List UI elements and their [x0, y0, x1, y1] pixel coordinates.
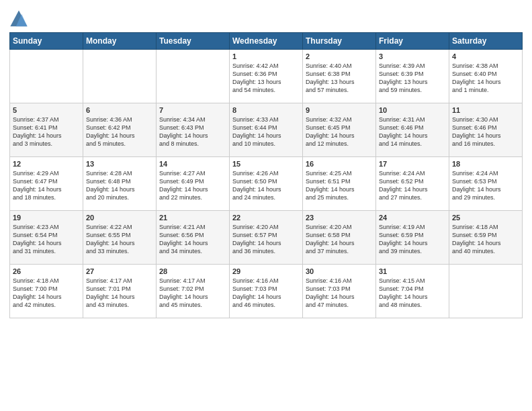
day-number: 3: [379, 52, 446, 60]
day-number: 30: [306, 267, 373, 275]
day-number: 22: [232, 214, 300, 222]
day-number: 5: [13, 106, 80, 114]
day-number: 23: [306, 214, 373, 222]
calendar-cell: 10Sunrise: 4:31 AMSunset: 6:46 PMDayligh…: [376, 103, 449, 157]
day-number: 10: [379, 106, 446, 114]
calendar-cell: [83, 50, 157, 103]
day-number: 15: [232, 160, 300, 168]
day-number: 31: [379, 267, 446, 275]
cell-content: Sunrise: 4:39 AMSunset: 6:39 PMDaylight:…: [379, 62, 446, 95]
day-number: 20: [86, 214, 153, 222]
cell-content: Sunrise: 4:22 AMSunset: 6:55 PMDaylight:…: [86, 223, 153, 256]
day-number: 25: [452, 214, 519, 222]
calendar-cell: [157, 50, 230, 103]
calendar-cell: 24Sunrise: 4:19 AMSunset: 6:59 PMDayligh…: [376, 211, 449, 265]
calendar-cell: 5Sunrise: 4:37 AMSunset: 6:41 PMDaylight…: [10, 103, 83, 157]
cell-content: Sunrise: 4:37 AMSunset: 6:41 PMDaylight:…: [13, 116, 80, 148]
cell-content: Sunrise: 4:16 AMSunset: 7:03 PMDaylight:…: [306, 277, 373, 310]
day-number: 11: [452, 106, 519, 114]
cell-content: Sunrise: 4:23 AMSunset: 6:54 PMDaylight:…: [13, 223, 80, 256]
day-number: 4: [452, 52, 519, 60]
calendar-cell: 26Sunrise: 4:18 AMSunset: 7:00 PMDayligh…: [10, 265, 83, 318]
calendar-cell: 7Sunrise: 4:34 AMSunset: 6:43 PMDaylight…: [157, 103, 230, 157]
cell-content: Sunrise: 4:42 AMSunset: 6:36 PMDaylight:…: [232, 62, 300, 95]
page: SundayMondayTuesdayWednesdayThursdayFrid…: [0, 0, 532, 411]
weekday-header-row: SundayMondayTuesdayWednesdayThursdayFrid…: [10, 33, 523, 50]
day-number: 2: [306, 52, 373, 60]
day-number: 29: [232, 267, 300, 275]
calendar-cell: 22Sunrise: 4:20 AMSunset: 6:57 PMDayligh…: [230, 211, 303, 265]
cell-content: Sunrise: 4:18 AMSunset: 6:59 PMDaylight:…: [452, 223, 519, 256]
cell-content: Sunrise: 4:24 AMSunset: 6:52 PMDaylight:…: [379, 169, 446, 202]
calendar-cell: 27Sunrise: 4:17 AMSunset: 7:01 PMDayligh…: [83, 265, 157, 318]
cell-content: Sunrise: 4:24 AMSunset: 6:53 PMDaylight:…: [452, 169, 519, 202]
day-number: 9: [306, 106, 373, 114]
day-number: 7: [159, 106, 226, 114]
day-number: 26: [13, 267, 80, 275]
calendar-cell: [449, 265, 523, 318]
calendar-cell: 25Sunrise: 4:18 AMSunset: 6:59 PMDayligh…: [449, 211, 523, 265]
cell-content: Sunrise: 4:34 AMSunset: 6:43 PMDaylight:…: [159, 116, 226, 148]
cell-content: Sunrise: 4:32 AMSunset: 6:45 PMDaylight:…: [306, 116, 373, 148]
logo-icon: [9, 9, 28, 28]
calendar-cell: 1Sunrise: 4:42 AMSunset: 6:36 PMDaylight…: [230, 50, 303, 103]
calendar-cell: 15Sunrise: 4:26 AMSunset: 6:50 PMDayligh…: [230, 157, 303, 211]
cell-content: Sunrise: 4:26 AMSunset: 6:50 PMDaylight:…: [232, 169, 300, 202]
cell-content: Sunrise: 4:18 AMSunset: 7:00 PMDaylight:…: [13, 277, 80, 310]
day-number: 6: [86, 106, 153, 114]
weekday-header-wednesday: Wednesday: [230, 33, 303, 50]
cell-content: Sunrise: 4:40 AMSunset: 6:38 PMDaylight:…: [306, 62, 373, 95]
calendar-cell: 9Sunrise: 4:32 AMSunset: 6:45 PMDaylight…: [303, 103, 376, 157]
header: [9, 7, 523, 28]
cell-content: Sunrise: 4:17 AMSunset: 7:01 PMDaylight:…: [86, 277, 153, 310]
calendar-cell: 12Sunrise: 4:29 AMSunset: 6:47 PMDayligh…: [10, 157, 83, 211]
cell-content: Sunrise: 4:20 AMSunset: 6:58 PMDaylight:…: [306, 223, 373, 256]
calendar-cell: 11Sunrise: 4:30 AMSunset: 6:46 PMDayligh…: [449, 103, 523, 157]
weekday-header-sunday: Sunday: [10, 33, 83, 50]
calendar-cell: 21Sunrise: 4:21 AMSunset: 6:56 PMDayligh…: [157, 211, 230, 265]
cell-content: Sunrise: 4:21 AMSunset: 6:56 PMDaylight:…: [159, 223, 226, 256]
calendar-cell: 6Sunrise: 4:36 AMSunset: 6:42 PMDaylight…: [83, 103, 157, 157]
calendar-cell: 18Sunrise: 4:24 AMSunset: 6:53 PMDayligh…: [449, 157, 523, 211]
calendar-cell: 14Sunrise: 4:27 AMSunset: 6:49 PMDayligh…: [157, 157, 230, 211]
calendar-week-1: 1Sunrise: 4:42 AMSunset: 6:36 PMDaylight…: [10, 50, 523, 103]
cell-content: Sunrise: 4:33 AMSunset: 6:44 PMDaylight:…: [232, 116, 300, 148]
day-number: 14: [159, 160, 226, 168]
weekday-header-thursday: Thursday: [303, 33, 376, 50]
cell-content: Sunrise: 4:16 AMSunset: 7:03 PMDaylight:…: [232, 277, 300, 310]
day-number: 28: [159, 267, 226, 275]
day-number: 18: [452, 160, 519, 168]
cell-content: Sunrise: 4:38 AMSunset: 6:40 PMDaylight:…: [452, 62, 519, 95]
cell-content: Sunrise: 4:25 AMSunset: 6:51 PMDaylight:…: [306, 169, 373, 202]
weekday-header-friday: Friday: [376, 33, 449, 50]
calendar-cell: 23Sunrise: 4:20 AMSunset: 6:58 PMDayligh…: [303, 211, 376, 265]
calendar-cell: [10, 50, 83, 103]
day-number: 27: [86, 267, 153, 275]
cell-content: Sunrise: 4:27 AMSunset: 6:49 PMDaylight:…: [159, 169, 226, 202]
calendar-cell: 20Sunrise: 4:22 AMSunset: 6:55 PMDayligh…: [83, 211, 157, 265]
day-number: 19: [13, 214, 80, 222]
calendar-cell: 29Sunrise: 4:16 AMSunset: 7:03 PMDayligh…: [230, 265, 303, 318]
calendar-cell: 17Sunrise: 4:24 AMSunset: 6:52 PMDayligh…: [376, 157, 449, 211]
day-number: 16: [306, 160, 373, 168]
calendar-cell: 2Sunrise: 4:40 AMSunset: 6:38 PMDaylight…: [303, 50, 376, 103]
cell-content: Sunrise: 4:30 AMSunset: 6:46 PMDaylight:…: [452, 116, 519, 148]
day-number: 12: [13, 160, 80, 168]
cell-content: Sunrise: 4:15 AMSunset: 7:04 PMDaylight:…: [379, 277, 446, 310]
calendar-cell: 3Sunrise: 4:39 AMSunset: 6:39 PMDaylight…: [376, 50, 449, 103]
calendar-week-2: 5Sunrise: 4:37 AMSunset: 6:41 PMDaylight…: [10, 103, 523, 157]
day-number: 21: [159, 214, 226, 222]
calendar-cell: 16Sunrise: 4:25 AMSunset: 6:51 PMDayligh…: [303, 157, 376, 211]
day-number: 1: [232, 52, 300, 60]
cell-content: Sunrise: 4:31 AMSunset: 6:46 PMDaylight:…: [379, 116, 446, 148]
day-number: 17: [379, 160, 446, 168]
calendar-cell: 19Sunrise: 4:23 AMSunset: 6:54 PMDayligh…: [10, 211, 83, 265]
cell-content: Sunrise: 4:36 AMSunset: 6:42 PMDaylight:…: [86, 116, 153, 148]
calendar-cell: 13Sunrise: 4:28 AMSunset: 6:48 PMDayligh…: [83, 157, 157, 211]
calendar-cell: 30Sunrise: 4:16 AMSunset: 7:03 PMDayligh…: [303, 265, 376, 318]
cell-content: Sunrise: 4:29 AMSunset: 6:47 PMDaylight:…: [13, 169, 80, 202]
weekday-header-monday: Monday: [83, 33, 157, 50]
cell-content: Sunrise: 4:28 AMSunset: 6:48 PMDaylight:…: [86, 169, 153, 202]
cell-content: Sunrise: 4:17 AMSunset: 7:02 PMDaylight:…: [159, 277, 226, 310]
cell-content: Sunrise: 4:19 AMSunset: 6:59 PMDaylight:…: [379, 223, 446, 256]
